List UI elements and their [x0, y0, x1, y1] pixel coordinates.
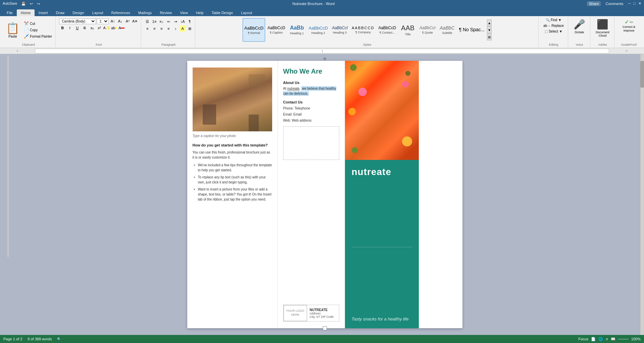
shading-button[interactable]: A: [179, 26, 186, 32]
style-subtitle[interactable]: AaBbC Subtitle: [438, 18, 456, 42]
tab-references[interactable]: References: [107, 9, 134, 16]
tab-draw[interactable]: Draw: [52, 9, 69, 16]
zoom-slider[interactable]: ────: [618, 337, 629, 341]
sort-button[interactable]: ↕A: [179, 18, 186, 25]
focus-button[interactable]: Focus: [578, 337, 588, 341]
page-resize-handle-bottom[interactable]: [323, 326, 327, 330]
view-print-button[interactable]: 📄: [591, 337, 596, 341]
document-scrollbar[interactable]: [640, 54, 644, 335]
styles-expand[interactable]: ⊞: [487, 34, 492, 40]
center-column: Who We Are About Us At nutreate, we beli…: [278, 61, 345, 328]
borders-button[interactable]: ⊞: [186, 26, 193, 32]
cut-button[interactable]: ✂️ Cut: [22, 20, 53, 27]
italic-button[interactable]: I: [66, 25, 73, 31]
nutreate-link[interactable]: nutreate: [287, 87, 300, 90]
bold-button[interactable]: B: [59, 25, 66, 31]
style-company[interactable]: AABBCCD ¶ Company: [350, 18, 376, 42]
font-size-select[interactable]: 11: [97, 18, 109, 24]
subscript-button[interactable]: x₂: [89, 25, 95, 31]
style-quote[interactable]: AaBbCcI ¶ Quote: [418, 18, 437, 42]
select-icon: ⬚: [545, 30, 548, 33]
tab-file[interactable]: File: [3, 9, 17, 16]
numbering-button[interactable]: 1≡: [151, 18, 158, 25]
clear-formatting-button[interactable]: A✕: [132, 18, 138, 24]
find-button[interactable]: 🔍 Find ▼: [544, 17, 563, 23]
quick-access-save[interactable]: 💾: [21, 2, 26, 6]
find-dropdown[interactable]: ▼: [558, 18, 561, 22]
align-right-button[interactable]: ≡: [158, 26, 165, 32]
maximize-button[interactable]: □: [633, 1, 636, 6]
logo-box: YOUR LOGO HERE: [284, 305, 307, 321]
show-hide-button[interactable]: ¶: [186, 18, 193, 25]
tab-review[interactable]: Review: [156, 9, 176, 16]
tab-insert[interactable]: Insert: [35, 9, 52, 16]
font-decrease-button[interactable]: A↓: [117, 18, 123, 24]
para-row1: ☰ 1≡ ≡↓ ⇐ ⇒ ↕A ¶: [144, 18, 193, 25]
font-name-select[interactable]: Cambria (Body): [59, 18, 96, 24]
font-color-button[interactable]: A: [118, 25, 125, 31]
left-column: Type a caption for your photo How do you…: [187, 61, 278, 328]
underline-button[interactable]: U: [74, 25, 81, 31]
multilevel-button[interactable]: ≡↓: [158, 18, 165, 25]
change-case-button[interactable]: Aᵃ: [124, 18, 131, 24]
style-heading2[interactable]: AaBbCcD Heading 2: [307, 18, 330, 42]
correct-improve-button[interactable]: ✓ ✏ Correct &Improve: [617, 17, 641, 34]
editing-group: 🔍 Find ▼ ab→ Replace ⬚ Select ▼ Editing: [539, 17, 568, 47]
styles-scroll-down[interactable]: ▼: [487, 27, 492, 33]
quick-access-redo[interactable]: ↪: [37, 2, 40, 6]
style-nospace[interactable]: ¶ No Spac...: [457, 18, 486, 42]
quick-access-undo[interactable]: ↩: [30, 2, 33, 6]
clipboard-side: ✂️ Cut 📄 Copy 🖌️ Format Painter: [22, 20, 53, 40]
view-web-button[interactable]: 🌐: [598, 337, 603, 341]
select-button[interactable]: ⬚ Select ▼: [543, 29, 564, 34]
increase-indent-button[interactable]: ⇒: [172, 18, 179, 25]
style-heading1[interactable]: AaBb Heading 1: [288, 18, 306, 42]
tab-help[interactable]: Help: [192, 9, 208, 16]
strikethrough-button[interactable]: S: [81, 25, 88, 31]
close-button[interactable]: ✕: [638, 1, 641, 6]
scrollbar-thumb[interactable]: [640, 61, 644, 88]
document-area[interactable]: ✛ Type a caption for your photo: [9, 54, 640, 335]
align-left-button[interactable]: ≡: [144, 26, 151, 32]
gradeproof-group-label: GradeProof: [621, 42, 637, 46]
style-contact[interactable]: AaBbCcD ¶ Contact...: [377, 18, 398, 42]
view-read-button[interactable]: 📖: [611, 337, 615, 341]
view-outline-button[interactable]: ≡: [606, 337, 608, 341]
tab-layout[interactable]: Layout: [88, 9, 107, 16]
left-margin: [0, 54, 7, 335]
minimize-button[interactable]: ─: [628, 1, 631, 6]
decrease-indent-button[interactable]: ⇐: [165, 18, 172, 25]
style-normal-label: ¶ Normal: [248, 31, 260, 35]
style-title[interactable]: AAB Title: [398, 18, 417, 42]
font-group: Cambria (Body) 11 A↑ A↓ Aᵃ A✕ B I U S x₂…: [56, 17, 141, 47]
format-painter-button[interactable]: 🖌️ Format Painter: [22, 33, 53, 39]
adobe-group: ⬛ DocumentCloud Adobe: [591, 17, 614, 47]
style-heading3[interactable]: AaBbCcI Heading 3: [330, 18, 349, 42]
tab-table-design[interactable]: Table Design: [208, 9, 237, 16]
line-spacing-button[interactable]: ↕: [172, 26, 179, 32]
tab-layout2[interactable]: Layout: [237, 9, 256, 16]
tab-view[interactable]: View: [176, 9, 192, 16]
tab-home[interactable]: Home: [17, 9, 35, 16]
styles-scroll-up[interactable]: ▲: [487, 19, 492, 26]
bullets-button[interactable]: ☰: [144, 18, 151, 25]
document-cloud-button[interactable]: ⬛ DocumentCloud: [593, 17, 612, 39]
style-caption[interactable]: AaBbCcD ¶ Caption: [266, 18, 287, 42]
style-normal[interactable]: AaBbCcD ¶ Normal: [243, 18, 265, 42]
superscript-button[interactable]: x²: [96, 25, 103, 31]
dictate-button[interactable]: 🎤 Dictate: [571, 17, 588, 35]
comments-button[interactable]: Comments: [603, 1, 625, 6]
paste-button[interactable]: 📋 Paste: [3, 20, 22, 40]
justify-button[interactable]: ≡: [165, 26, 172, 32]
tab-design[interactable]: Design: [68, 9, 88, 16]
share-button[interactable]: Share: [587, 1, 601, 6]
text-effects-button[interactable]: A✨: [103, 25, 110, 31]
copy-button[interactable]: 📄 Copy: [22, 27, 53, 33]
select-dropdown[interactable]: ▼: [559, 30, 562, 33]
font-increase-button[interactable]: A↑: [109, 18, 116, 24]
font-row1: Cambria (Body) 11 A↑ A↓ Aᵃ A✕: [59, 18, 138, 24]
highlight-color-button[interactable]: ab: [111, 25, 117, 31]
align-center-button[interactable]: ≡: [151, 26, 158, 32]
replace-button[interactable]: ab→ Replace: [541, 23, 566, 28]
tab-mailings[interactable]: Mailings: [134, 9, 156, 16]
